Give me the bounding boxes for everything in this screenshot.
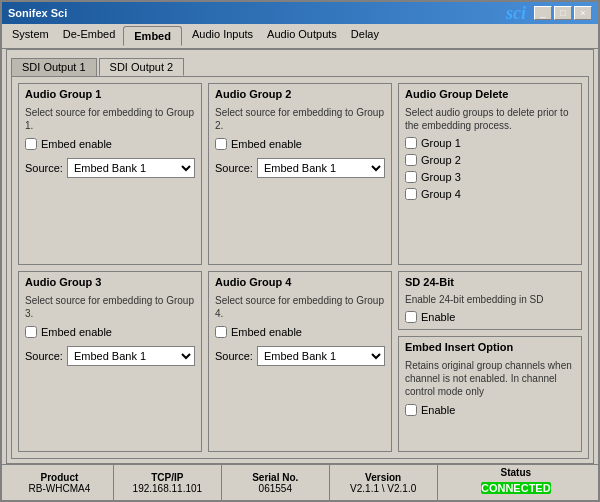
product-label: Product	[41, 472, 79, 483]
embed-insert-enable-checkbox[interactable]	[405, 404, 417, 416]
audio-group-2-title: Audio Group 2	[215, 88, 385, 100]
audio-group-1-source-select[interactable]: Embed Bank 1 Embed Bank 2 Embed Bank 3	[67, 158, 195, 178]
sd24bit-title: SD 24-Bit	[405, 276, 575, 288]
embed-insert-desc: Retains original group channels when cha…	[405, 359, 575, 398]
audio-group-4-embed-checkbox[interactable]	[215, 326, 227, 338]
menu-bar: System De-Embed Embed Audio Inputs Audio…	[2, 24, 598, 49]
audio-group-1: Audio Group 1 Select source for embeddin…	[18, 83, 202, 265]
tcpip-label: TCP/IP	[151, 472, 183, 483]
delete-group2-label: Group 2	[421, 154, 461, 166]
tcpip-value: 192.168.11.101	[133, 483, 203, 494]
title-bar-left: Sonifex Sci	[8, 7, 67, 19]
audio-group-3-source-label: Source:	[25, 350, 63, 362]
connection-status: Status CONNECTED	[438, 465, 594, 500]
audio-group-2-source-label: Source:	[215, 162, 253, 174]
audio-group-3-embed-checkbox[interactable]	[25, 326, 37, 338]
delete-group2-checkbox[interactable]	[405, 154, 417, 166]
audio-group-4-embed-label: Embed enable	[231, 326, 302, 338]
audio-group-3: Audio Group 3 Select source for embeddin…	[18, 271, 202, 453]
sdi-content: Audio Group 1 Select source for embeddin…	[11, 76, 589, 459]
tcpip-status: TCP/IP 192.168.11.101	[114, 465, 222, 500]
audio-group-delete: Audio Group Delete Select audio groups t…	[398, 83, 582, 265]
menu-delay[interactable]: Delay	[345, 26, 385, 46]
version-status: Version V2.1.1 \ V2.1.0	[330, 465, 438, 500]
status-label: Status	[501, 467, 532, 478]
audio-group-2-embed-label: Embed enable	[231, 138, 302, 150]
delete-group1-label: Group 1	[421, 137, 461, 149]
delete-group1-row: Group 1	[405, 137, 575, 149]
audio-group-3-embed-row: Embed enable	[25, 326, 195, 338]
version-value: V2.1.1 \ V2.1.0	[350, 483, 416, 494]
audio-group-1-embed-row: Embed enable	[25, 138, 195, 150]
delete-group4-label: Group 4	[421, 188, 461, 200]
delete-group4-checkbox[interactable]	[405, 188, 417, 200]
maximize-button[interactable]: □	[554, 6, 572, 20]
product-value: RB-WHCMA4	[29, 483, 91, 494]
sd24bit-enable-checkbox[interactable]	[405, 311, 417, 323]
embed-insert-group: Embed Insert Option Retains original gro…	[398, 336, 582, 453]
audio-group-2-source-row: Source: Embed Bank 1 Embed Bank 2 Embed …	[215, 158, 385, 178]
main-window: Sonifex Sci sci _ □ × System De-Embed Em…	[0, 0, 600, 502]
serial-status: Serial No. 061554	[222, 465, 330, 500]
audio-group-3-source-select[interactable]: Embed Bank 1 Embed Bank 2 Embed Bank 3	[67, 346, 195, 366]
audio-group-4-embed-row: Embed enable	[215, 326, 385, 338]
delete-group3-row: Group 3	[405, 171, 575, 183]
embed-insert-title: Embed Insert Option	[405, 341, 575, 353]
audio-group-3-title: Audio Group 3	[25, 276, 195, 288]
audio-group-delete-desc: Select audio groups to delete prior to t…	[405, 106, 575, 132]
close-button[interactable]: ×	[574, 6, 592, 20]
title-bar: Sonifex Sci sci _ □ ×	[2, 2, 598, 24]
serial-value: 061554	[259, 483, 292, 494]
delete-group4-row: Group 4	[405, 188, 575, 200]
tab-content: SDI Output 1 SDI Output 2 Audio Group 1 …	[6, 49, 594, 464]
sdi-tabs: SDI Output 1 SDI Output 2	[11, 54, 589, 76]
audio-group-2-embed-checkbox[interactable]	[215, 138, 227, 150]
audio-group-1-embed-checkbox[interactable]	[25, 138, 37, 150]
audio-group-4-source-select[interactable]: Embed Bank 1 Embed Bank 2 Embed Bank 3	[257, 346, 385, 366]
sd24bit-group: SD 24-Bit Enable 24-bit embedding in SD …	[398, 271, 582, 330]
sdi-tab-1[interactable]: SDI Output 1	[11, 58, 97, 76]
delete-group3-label: Group 3	[421, 171, 461, 183]
audio-group-4-source-row: Source: Embed Bank 1 Embed Bank 2 Embed …	[215, 346, 385, 366]
sdi-tab-2[interactable]: SDI Output 2	[99, 58, 185, 76]
menu-embed[interactable]: Embed	[123, 26, 182, 46]
menu-audio-inputs[interactable]: Audio Inputs	[186, 26, 259, 46]
audio-group-1-title: Audio Group 1	[25, 88, 195, 100]
delete-group1-checkbox[interactable]	[405, 137, 417, 149]
delete-group2-row: Group 2	[405, 154, 575, 166]
title-bar-buttons: _ □ ×	[534, 6, 592, 20]
menu-system[interactable]: System	[6, 26, 55, 46]
sd24bit-desc: Enable 24-bit embedding in SD	[405, 293, 575, 306]
audio-group-2-source-select[interactable]: Embed Bank 1 Embed Bank 2 Embed Bank 3	[257, 158, 385, 178]
audio-group-1-source-label: Source:	[25, 162, 63, 174]
serial-label: Serial No.	[252, 472, 298, 483]
status-bar: Product RB-WHCMA4 TCP/IP 192.168.11.101 …	[2, 464, 598, 500]
audio-group-4: Audio Group 4 Select source for embeddin…	[208, 271, 392, 453]
right-bottom-col: SD 24-Bit Enable 24-bit embedding in SD …	[398, 271, 582, 453]
audio-group-3-desc: Select source for embedding to Group 3.	[25, 294, 195, 320]
audio-group-delete-title: Audio Group Delete	[405, 88, 575, 100]
minimize-button[interactable]: _	[534, 6, 552, 20]
audio-group-1-embed-label: Embed enable	[41, 138, 112, 150]
audio-group-4-title: Audio Group 4	[215, 276, 385, 288]
version-label: Version	[365, 472, 401, 483]
audio-group-2: Audio Group 2 Select source for embeddin…	[208, 83, 392, 265]
menu-de-embed[interactable]: De-Embed	[57, 26, 122, 46]
menu-audio-outputs[interactable]: Audio Outputs	[261, 26, 343, 46]
sci-logo: sci	[506, 3, 526, 24]
product-status: Product RB-WHCMA4	[6, 465, 114, 500]
audio-group-3-source-row: Source: Embed Bank 1 Embed Bank 2 Embed …	[25, 346, 195, 366]
audio-group-1-source-row: Source: Embed Bank 1 Embed Bank 2 Embed …	[25, 158, 195, 178]
delete-group3-checkbox[interactable]	[405, 171, 417, 183]
audio-group-4-source-label: Source:	[215, 350, 253, 362]
window-title: Sonifex Sci	[8, 7, 67, 19]
sd24bit-enable-row: Enable	[405, 311, 575, 323]
connected-badge: CONNECTED	[481, 482, 551, 494]
audio-group-1-desc: Select source for embedding to Group 1.	[25, 106, 195, 132]
sd24bit-enable-label: Enable	[421, 311, 455, 323]
embed-insert-enable-row: Enable	[405, 404, 575, 416]
audio-group-2-desc: Select source for embedding to Group 2.	[215, 106, 385, 132]
audio-group-2-embed-row: Embed enable	[215, 138, 385, 150]
embed-insert-enable-label: Enable	[421, 404, 455, 416]
audio-group-4-desc: Select source for embedding to Group 4.	[215, 294, 385, 320]
